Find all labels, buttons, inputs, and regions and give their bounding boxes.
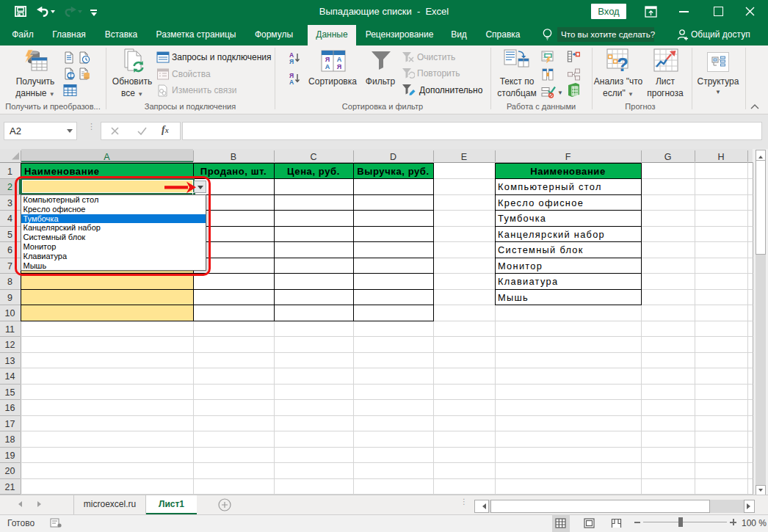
svg-text:Мышь: Мышь — [498, 292, 529, 303]
svg-text:А: А — [289, 79, 294, 85]
svg-text:Тумбочка: Тумбочка — [498, 213, 546, 224]
svg-text:Системный блок: Системный блок — [498, 244, 584, 255]
svg-text:Наименование: Наименование — [530, 166, 606, 177]
svg-text:?: ? — [617, 54, 628, 73]
svg-text:Кресло офисное: Кресло офисное — [498, 197, 584, 208]
svg-text:Продано, шт.: Продано, шт. — [200, 166, 267, 177]
svg-text:Наименование: Наименование — [24, 166, 100, 177]
svg-text:Цена, руб.: Цена, руб. — [287, 166, 340, 177]
svg-text:Компьютерный стол: Компьютерный стол — [498, 181, 602, 192]
svg-text:Канцелярский набор: Канцелярский набор — [498, 229, 605, 240]
svg-text:Я: Я — [289, 58, 294, 65]
svg-text:Монитор: Монитор — [498, 260, 543, 272]
svg-text:Клавиатура: Клавиатура — [498, 276, 558, 287]
svg-text:А: А — [325, 63, 330, 70]
svg-text:Я: Я — [337, 63, 341, 70]
svg-text:Я: Я — [325, 56, 330, 63]
svg-text:А: А — [337, 56, 342, 63]
svg-text:Выручка, руб.: Выручка, руб. — [357, 166, 429, 177]
